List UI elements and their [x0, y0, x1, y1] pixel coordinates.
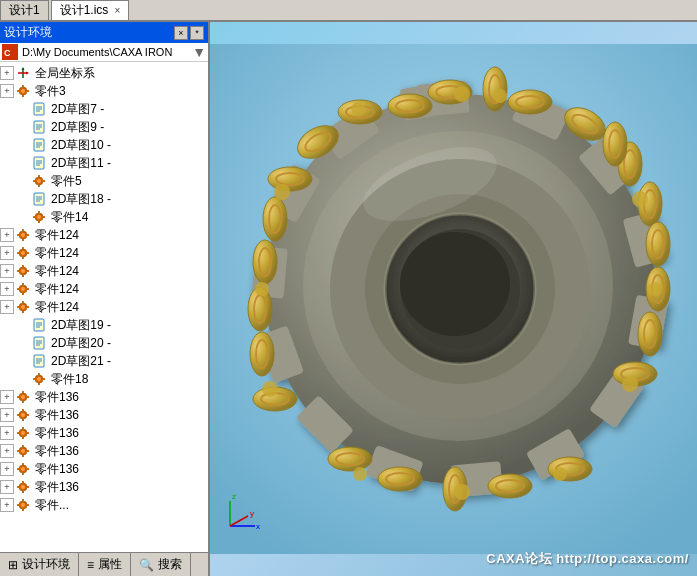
tab-design1-ics[interactable]: 设计1.ics ×: [51, 0, 130, 20]
tree-item[interactable]: + 零件124: [0, 262, 208, 280]
bottom-tab-prop[interactable]: ≡ 属性: [79, 553, 131, 576]
svg-rect-112: [22, 445, 24, 448]
tree-item[interactable]: + 零件124: [0, 280, 208, 298]
tree-area[interactable]: + 全局坐标系+ 零件3 2D草图7 -: [0, 62, 208, 552]
tree-item[interactable]: + 零件136: [0, 442, 208, 460]
tree-item[interactable]: + 零件124: [0, 226, 208, 244]
tree-item[interactable]: + 零件3: [0, 82, 208, 100]
main-container: 设计环境 × * C D:\My Documents\CAXA IRON ▼ +: [0, 22, 697, 576]
gear-part-icon: [31, 173, 47, 189]
drawing-doc-icon: [31, 119, 47, 135]
tree-expander-icon[interactable]: +: [0, 264, 14, 278]
svg-rect-88: [38, 373, 40, 376]
gear-part-icon: [15, 389, 31, 405]
bottom-tab-search[interactable]: 🔍 搜索: [131, 553, 191, 576]
tree-expander-icon[interactable]: +: [0, 426, 14, 440]
tree-item-label: 零件136: [35, 389, 79, 406]
svg-rect-131: [22, 508, 24, 511]
tree-item[interactable]: 2D草图10 -: [0, 136, 208, 154]
tree-expander-empty: [16, 318, 30, 332]
tree-item[interactable]: + 零件136: [0, 388, 208, 406]
gear-part-icon: [15, 443, 31, 459]
tree-expander-icon[interactable]: +: [0, 408, 14, 422]
gear-part-icon: [15, 83, 31, 99]
tree-item-label: 零件5: [51, 173, 82, 190]
tree-expander-icon[interactable]: +: [0, 66, 14, 80]
tree-item-label: 零件124: [35, 227, 79, 244]
tree-item[interactable]: + 零件136: [0, 478, 208, 496]
svg-rect-41: [38, 220, 40, 223]
tree-expander-empty: [16, 192, 30, 206]
svg-rect-94: [22, 391, 24, 394]
tree-item[interactable]: 2D草图21 -: [0, 352, 208, 370]
tree-item[interactable]: 零件5: [0, 172, 208, 190]
tree-item[interactable]: + 零件...: [0, 496, 208, 514]
svg-rect-114: [17, 450, 20, 452]
bottom-tab-env[interactable]: ⊞ 设计环境: [0, 553, 79, 576]
path-bar: C D:\My Documents\CAXA IRON ▼: [0, 43, 208, 62]
tree-expander-icon[interactable]: +: [0, 390, 14, 404]
tree-item[interactable]: 2D草图9 -: [0, 118, 208, 136]
svg-point-199: [268, 167, 312, 191]
tree-expander-empty: [16, 336, 30, 350]
tree-item-label: 零件124: [35, 299, 79, 316]
svg-rect-95: [22, 400, 24, 403]
tree-expander-icon[interactable]: +: [0, 462, 14, 476]
tree-item[interactable]: + 零件136: [0, 424, 208, 442]
tree-expander-icon[interactable]: +: [0, 300, 14, 314]
left-panel-bottom-tabs: ⊞ 设计环境 ≡ 属性 🔍 搜索: [0, 552, 208, 576]
tree-expander-icon[interactable]: +: [0, 228, 14, 242]
viewport[interactable]: x z y CAXA论坛 http://top.caxa.com/: [210, 22, 697, 576]
tree-expander-icon[interactable]: +: [0, 480, 14, 494]
tree-expander-icon[interactable]: +: [0, 282, 14, 296]
gear-part-icon: [15, 425, 31, 441]
svg-rect-133: [26, 504, 29, 506]
drawing-doc-icon: [31, 335, 47, 351]
tree-item-label: 2D草图21 -: [51, 353, 111, 370]
tree-item[interactable]: + 零件136: [0, 460, 208, 478]
axis-indicator: x z y: [220, 486, 270, 536]
tree-item[interactable]: 2D草图11 -: [0, 154, 208, 172]
svg-point-117: [21, 467, 25, 471]
tab-close-icon[interactable]: ×: [114, 5, 120, 16]
bottom-tab-prop-label: 属性: [98, 556, 122, 573]
tree-expander-icon[interactable]: +: [0, 246, 14, 260]
tree-item[interactable]: 零件18: [0, 370, 208, 388]
svg-rect-121: [26, 468, 29, 470]
svg-rect-109: [26, 432, 29, 434]
tree-item[interactable]: 2D草图7 -: [0, 100, 208, 118]
drawing-doc-icon: [31, 155, 47, 171]
tab-design1[interactable]: 设计1: [0, 0, 49, 20]
svg-rect-113: [22, 454, 24, 457]
tree-item[interactable]: + 零件124: [0, 298, 208, 316]
tree-expander-icon[interactable]: +: [0, 84, 14, 98]
bottom-tab-search-label: 搜索: [158, 556, 182, 573]
tree-item[interactable]: 2D草图20 -: [0, 334, 208, 352]
tree-item-label: 零件18: [51, 371, 88, 388]
svg-point-212: [648, 282, 662, 296]
svg-rect-48: [17, 234, 20, 236]
tree-item[interactable]: + 零件136: [0, 406, 208, 424]
tree-item[interactable]: 2D草图18 -: [0, 190, 208, 208]
panel-close-button[interactable]: ×: [174, 26, 188, 40]
gear-rendering: [210, 22, 697, 576]
tree-expander-icon[interactable]: +: [0, 444, 14, 458]
svg-rect-11: [26, 90, 29, 92]
path-scroll-icon[interactable]: ▼: [192, 44, 206, 60]
tree-item[interactable]: + 零件124: [0, 244, 208, 262]
tree-expander-icon[interactable]: +: [0, 498, 14, 512]
svg-point-129: [21, 503, 25, 507]
svg-rect-10: [17, 90, 20, 92]
tree-item[interactable]: + 全局坐标系: [0, 64, 208, 82]
gear-part-icon: [15, 263, 31, 279]
svg-point-105: [21, 431, 25, 435]
panel-pin-button[interactable]: *: [190, 26, 204, 40]
tree-expander-empty: [16, 138, 30, 152]
svg-point-111: [21, 449, 25, 453]
tree-item-label: 零件3: [35, 83, 66, 100]
svg-text:z: z: [232, 492, 236, 501]
tree-item[interactable]: 零件14: [0, 208, 208, 226]
tree-expander-empty: [16, 354, 30, 368]
tree-item[interactable]: 2D草图19 -: [0, 316, 208, 334]
svg-rect-125: [22, 490, 24, 493]
